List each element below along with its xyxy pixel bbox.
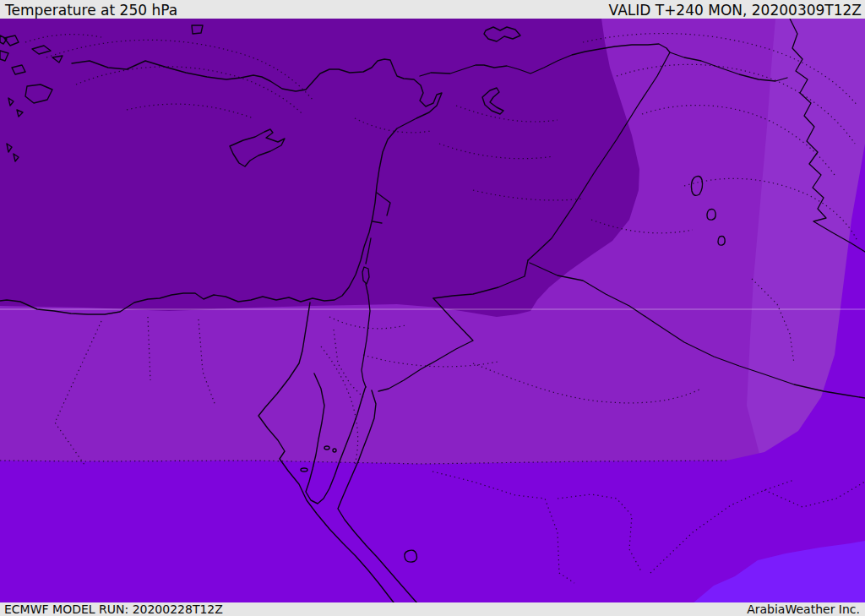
footer-bar: ECMWF MODEL RUN: 20200228T12Z ArabiaWeat…: [0, 602, 865, 616]
temperature-map-svg: [0, 0, 865, 616]
company-credit: ArabiaWeather Inc.: [747, 602, 860, 616]
weather-map-page: { "header": { "title": "Temperature at 2…: [0, 0, 865, 616]
map-canvas: [0, 0, 865, 616]
header-bar: Temperature at 250 hPa VALID T+240 MON, …: [0, 0, 865, 19]
valid-time-label: VALID T+240 MON, 20200309T12Z: [609, 2, 862, 19]
model-run-label: ECMWF MODEL RUN: 20200228T12Z: [4, 602, 223, 616]
map-title: Temperature at 250 hPa: [5, 2, 177, 19]
